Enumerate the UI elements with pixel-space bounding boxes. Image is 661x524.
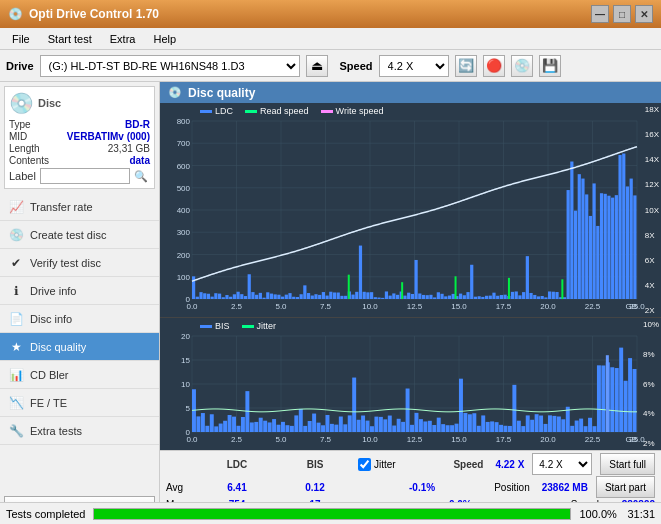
sidebar-item-disc-info[interactable]: 📄 Disc info <box>0 305 159 333</box>
sidebar: 💿 Disc Type BD-R MID VERBATIMv (000) Len… <box>0 82 160 524</box>
disc-label-row: Label 🔍 <box>9 168 150 184</box>
maximize-button[interactable]: □ <box>613 5 631 23</box>
burn-button[interactable]: 🔴 <box>483 55 505 77</box>
media-button[interactable]: 💿 <box>511 55 533 77</box>
statusbar: Tests completed 100.0% 31:31 <box>0 502 661 524</box>
speed-select2[interactable]: 4.2 X <box>532 453 592 475</box>
stats-ldc-header: LDC <box>202 459 272 470</box>
disc-length-value: 23,31 GB <box>108 143 150 154</box>
legend-read-speed-label: Read speed <box>260 106 309 116</box>
chart2-yaxis-right: 10% 8% 6% 4% 2% <box>643 318 659 450</box>
sidebar-item-extra-tests[interactable]: 🔧 Extra tests <box>0 417 159 445</box>
chart2-legend: BIS Jitter <box>200 321 276 331</box>
speed-value: 4.22 X <box>495 459 524 470</box>
main-container: 💿 Disc Type BD-R MID VERBATIMv (000) Len… <box>0 82 661 524</box>
menu-help[interactable]: Help <box>145 31 184 47</box>
close-button[interactable]: ✕ <box>635 5 653 23</box>
disc-label-label: Label <box>9 170 36 182</box>
cd-bler-label: CD Bler <box>30 369 69 381</box>
legend-write-speed-dot <box>321 110 333 113</box>
sidebar-item-disc-quality[interactable]: ★ Disc quality <box>0 333 159 361</box>
avg-bis: 0.12 <box>280 482 350 493</box>
menubar: File Start test Extra Help <box>0 28 661 50</box>
disc-contents-row: Contents data <box>9 155 150 166</box>
chart-header: 💿 Disc quality <box>160 82 661 103</box>
menu-file[interactable]: File <box>4 31 38 47</box>
disc-mid-row: MID VERBATIMv (000) <box>9 131 150 142</box>
titlebar: 💿 Opti Drive Control 1.70 — □ ✕ <box>0 0 661 28</box>
legend-jitter: Jitter <box>242 321 277 331</box>
speed-select[interactable]: 4.2 X <box>379 55 449 77</box>
legend-jitter-dot <box>242 325 254 328</box>
disc-quality-label: Disc quality <box>30 341 86 353</box>
avg-ldc: 6.41 <box>202 482 272 493</box>
eject-button[interactable]: ⏏ <box>306 55 328 77</box>
disc-type-row: Type BD-R <box>9 119 150 130</box>
extra-tests-label: Extra tests <box>30 425 82 437</box>
app-title: Opti Drive Control 1.70 <box>29 7 159 21</box>
legend-bis-dot <box>200 325 212 328</box>
legend-read-speed: Read speed <box>245 106 309 116</box>
sidebar-item-cd-bler[interactable]: 📊 CD Bler <box>0 361 159 389</box>
disc-contents-value: data <box>129 155 150 166</box>
start-part-button[interactable]: Start part <box>596 476 655 498</box>
menu-start-test[interactable]: Start test <box>40 31 100 47</box>
chart1-legend: LDC Read speed Write speed <box>200 106 383 116</box>
legend-write-speed-label: Write speed <box>336 106 384 116</box>
start-full-button[interactable]: Start full <box>600 453 655 475</box>
avg-label: Avg <box>166 482 194 493</box>
avg-jitter: -0.1% <box>409 482 435 493</box>
speed-label: Speed <box>340 60 373 72</box>
disc-label-input[interactable] <box>40 168 130 184</box>
drive-select[interactable]: (G:) HL-DT-ST BD-RE WH16NS48 1.D3 <box>40 55 300 77</box>
sidebar-item-drive-info[interactable]: ℹ Drive info <box>0 277 159 305</box>
disc-label-icon[interactable]: 🔍 <box>134 170 148 183</box>
titlebar-left: 💿 Opti Drive Control 1.70 <box>8 7 159 21</box>
chart1-canvas <box>160 103 661 317</box>
stats-bis-header: BIS <box>280 459 350 470</box>
drive-label: Drive <box>6 60 34 72</box>
drive-info-label: Drive info <box>30 285 76 297</box>
transfer-rate-icon: 📈 <box>8 200 24 214</box>
position-label: Position <box>494 482 530 493</box>
sidebar-item-create-test-disc[interactable]: 💿 Create test disc <box>0 221 159 249</box>
jitter-checkbox-group: Jitter <box>358 458 396 471</box>
menu-extra[interactable]: Extra <box>102 31 144 47</box>
legend-ldc: LDC <box>200 106 233 116</box>
disc-length-row: Length 23,31 GB <box>9 143 150 154</box>
legend-jitter-label: Jitter <box>257 321 277 331</box>
legend-ldc-dot <box>200 110 212 113</box>
sidebar-item-transfer-rate[interactable]: 📈 Transfer rate <box>0 193 159 221</box>
disc-type-label: Type <box>9 119 31 130</box>
status-text: Tests completed <box>6 508 85 520</box>
verify-test-disc-label: Verify test disc <box>30 257 101 269</box>
drive-info-icon: ℹ <box>8 284 24 298</box>
drivebar: Drive (G:) HL-DT-ST BD-RE WH16NS48 1.D3 … <box>0 50 661 82</box>
disc-contents-label: Contents <box>9 155 49 166</box>
disc-mid-label: MID <box>9 131 27 142</box>
chart2-bis: BIS Jitter 10% 8% 6% 4% 2% <box>160 318 661 450</box>
disc-panel-header: 💿 Disc <box>9 91 150 115</box>
extra-tests-icon: 🔧 <box>8 424 24 438</box>
sidebar-item-verify-test-disc[interactable]: ✔ Verify test disc <box>0 249 159 277</box>
disc-icon: 💿 <box>9 91 34 115</box>
progress-bar-fill <box>94 509 570 519</box>
jitter-label: Jitter <box>374 459 396 470</box>
verify-test-disc-icon: ✔ <box>8 256 24 270</box>
minimize-button[interactable]: — <box>591 5 609 23</box>
refresh-button[interactable]: 🔄 <box>455 55 477 77</box>
legend-read-speed-dot <box>245 110 257 113</box>
jitter-checkbox[interactable] <box>358 458 371 471</box>
save-button[interactable]: 💾 <box>539 55 561 77</box>
elapsed-time: 31:31 <box>627 508 655 520</box>
speed-header: Speed <box>453 459 483 470</box>
legend-write-speed: Write speed <box>321 106 384 116</box>
legend-bis-label: BIS <box>215 321 230 331</box>
disc-panel: 💿 Disc Type BD-R MID VERBATIMv (000) Len… <box>4 86 155 189</box>
disc-length-label: Length <box>9 143 40 154</box>
disc-mid-value: VERBATIMv (000) <box>67 131 150 142</box>
chart1-ldc: LDC Read speed Write speed 18X 16X 14X <box>160 103 661 318</box>
sidebar-item-fe-te[interactable]: 📉 FE / TE <box>0 389 159 417</box>
create-test-disc-label: Create test disc <box>30 229 106 241</box>
disc-type-value: BD-R <box>125 119 150 130</box>
